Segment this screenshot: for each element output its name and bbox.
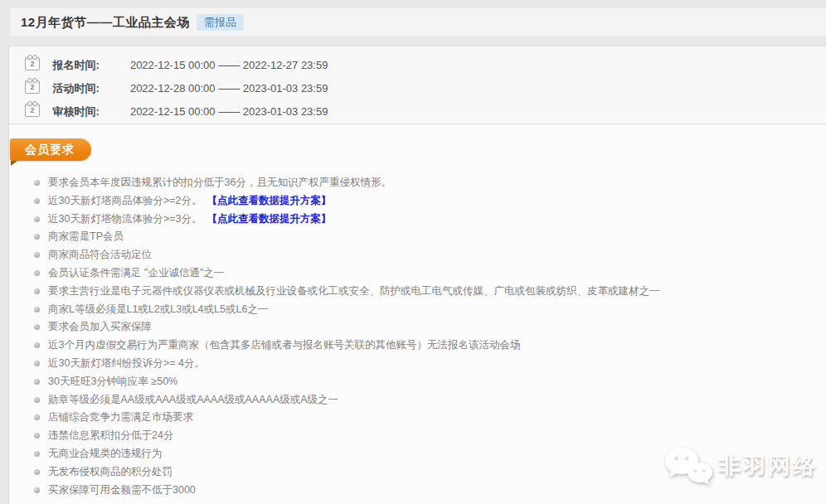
page-title: 12月年货节——工业品主会场 xyxy=(21,8,190,36)
requirement-item: 要求会员加入买家保障 xyxy=(9,318,826,337)
bullet-icon xyxy=(34,270,40,276)
bullet-icon xyxy=(34,433,40,439)
calendar-icon: 2 xyxy=(25,80,40,94)
requirement-text: 商家L等级必须是L1或L2或L3或L4或L5或L6之一 xyxy=(48,303,268,315)
requirement-item: 违禁信息累积扣分低于24分 xyxy=(9,427,826,445)
requirement-item: 30天旺旺3分钟响应率 ≥50% xyxy=(9,373,826,391)
bullet-icon xyxy=(34,234,40,240)
bullet-icon xyxy=(34,288,40,294)
watermark-text: 非羽网络 xyxy=(718,451,818,481)
bullet-icon xyxy=(34,397,40,403)
date-label: 报名时间: xyxy=(52,57,112,74)
requirement-text: 要求会员本年度因违规累计的扣分低于36分，且无知识产权严重侵权情形。 xyxy=(48,177,391,188)
date-panel: 2 报名时间: 2022-12-15 00:00 —— 2022-12-27 2… xyxy=(8,46,826,124)
requirement-item: 近30天新灯塔商品体验分>=2分。【点此查看数据提升方案】 xyxy=(9,192,826,211)
requirement-text: 近30天新灯塔纠纷投诉分>= 4分。 xyxy=(48,357,205,369)
data-improvement-link[interactable]: 【点此查看数据提升方案】 xyxy=(206,213,331,225)
wechat-icon xyxy=(662,444,715,487)
date-label: 审核时间: xyxy=(52,104,112,120)
calendar-icon: 2 xyxy=(25,104,40,117)
requirement-text: 无商业合规类的违规行为 xyxy=(48,448,163,459)
bullet-icon xyxy=(34,414,40,420)
requirement-item: 会员认证条件需满足 "企业诚信通"之一 xyxy=(9,264,826,283)
bullet-icon xyxy=(34,216,40,222)
requirement-item: 要求会员本年度因违规累计的扣分低于36分，且无知识产权严重侵权情形。 xyxy=(9,174,826,192)
bullet-icon xyxy=(34,469,40,475)
bullet-icon xyxy=(34,451,40,457)
requirement-text: 近30天新灯塔商品体验分>=2分。 xyxy=(48,195,202,206)
requirement-text: 勋章等级必须是AA级或AAA级或AAAA级或AAAAA级或A级之一 xyxy=(48,394,338,405)
need-report-badge: 需报品 xyxy=(197,14,244,31)
bullet-icon xyxy=(34,379,40,385)
requirement-item: 近30天新灯塔物流体验分>=3分。【点此查看数据提升方案】 xyxy=(9,211,826,229)
requirement-text: 买家保障可用金额需不低于3000 xyxy=(48,484,196,496)
requirement-item: 店铺综合竞争力需满足市场要求 xyxy=(9,409,826,427)
activity-detail-page: 12月年货节——工业品主会场 需报品 2 报名时间: 2022-12-15 00… xyxy=(0,0,826,504)
requirement-item: 勋章等级必须是AA级或AAA级或AAAA级或AAAAA级或A级之一 xyxy=(9,391,826,410)
requirement-item: 要求主营行业是电子元器件或仪器仪表或机械及行业设备或化工或安全、防护或电工电气或… xyxy=(9,283,826,301)
calendar-icon: 2 xyxy=(25,57,40,70)
bullet-icon xyxy=(34,487,40,493)
requirement-text: 违禁信息累积扣分低于24分 xyxy=(48,429,173,441)
date-row-signup: 2 报名时间: 2022-12-15 00:00 —— 2022-12-27 2… xyxy=(25,56,826,80)
requirement-text: 要求会员加入买家保障 xyxy=(48,321,152,332)
requirement-text: 近30天新灯塔物流体验分>=3分。 xyxy=(48,213,202,225)
section-ribbon: 会员要求 xyxy=(10,138,91,161)
date-value: 2022-12-15 00:00 —— 2022-12-27 23:59 xyxy=(130,59,328,71)
bullet-icon xyxy=(34,342,40,348)
date-value: 2022-12-15 00:00 —— 2023-01-03 23:59 xyxy=(130,105,328,118)
requirement-text: 无发布侵权商品的积分处罚 xyxy=(48,466,172,477)
section-title: 会员要求 xyxy=(25,143,75,156)
date-value: 2022-12-28 00:00 —— 2023-01-03 23:59 xyxy=(130,82,328,94)
watermark: 非羽网络 xyxy=(662,444,818,487)
requirement-item: 近30天新灯塔纠纷投诉分>= 4分。 xyxy=(9,355,826,373)
bullet-icon xyxy=(34,198,40,204)
date-row-activity: 2 活动时间: 2022-12-28 00:00 —— 2023-01-03 2… xyxy=(25,80,826,103)
requirement-item: 商家需是TP会员 xyxy=(9,228,826,246)
requirement-text: 30天旺旺3分钟响应率 ≥50% xyxy=(48,376,177,387)
requirement-item: 商家L等级必须是L1或L2或L3或L4或L5或L6之一 xyxy=(9,301,826,319)
requirement-text: 要求主营行业是电子元器件或仪器仪表或机械及行业设备或化工或安全、防护或电工电气或… xyxy=(48,285,660,297)
data-improvement-link[interactable]: 【点此查看数据提升方案】 xyxy=(206,195,331,206)
requirement-text: 店铺综合竞争力需满足市场要求 xyxy=(48,411,193,423)
bullet-icon xyxy=(34,252,40,258)
titlebar: 12月年货节——工业品主会场 需报品 xyxy=(11,8,826,36)
bullet-icon xyxy=(34,307,40,313)
requirement-item: 商家商品符合活动定位 xyxy=(9,246,826,264)
requirement-text: 会员认证条件需满足 "企业诚信通"之一 xyxy=(48,267,224,279)
date-row-review: 2 审核时间: 2022-12-15 00:00 —— 2023-01-03 2… xyxy=(25,103,826,126)
bullet-icon xyxy=(34,180,40,186)
requirement-text: 商家商品符合活动定位 xyxy=(48,249,152,260)
requirement-text: 近3个月内虚假交易行为严重商家（包含其多店铺或者与报名账号关联的其他账号）无法报… xyxy=(48,339,520,351)
bullet-icon xyxy=(34,324,40,330)
bullet-icon xyxy=(34,361,40,366)
requirement-text: 商家需是TP会员 xyxy=(48,230,124,242)
date-label: 活动时间: xyxy=(52,80,112,97)
requirement-item: 近3个月内虚假交易行为严重商家（包含其多店铺或者与报名账号关联的其他账号）无法报… xyxy=(9,337,826,355)
